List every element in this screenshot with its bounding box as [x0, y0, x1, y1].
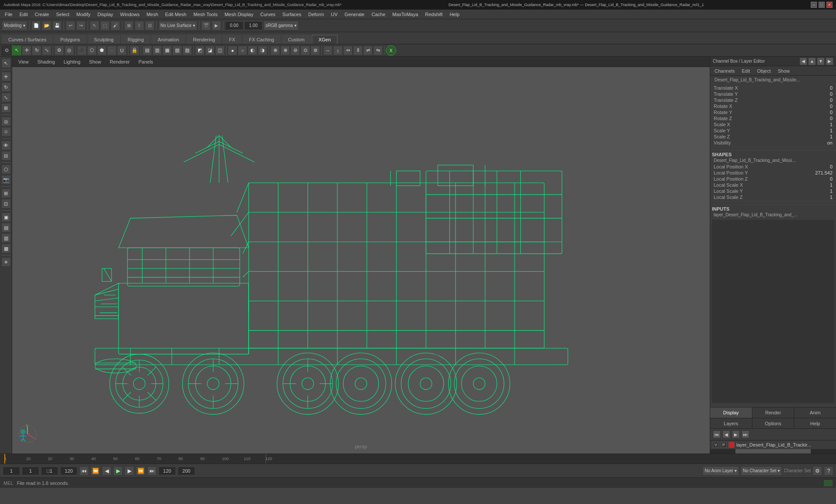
- anim-layer-dropdown[interactable]: No Anim Layer ▾: [702, 466, 739, 476]
- gamma-dropdown[interactable]: sRGB gamma ▾: [263, 21, 299, 30]
- save-file-button[interactable]: 💾: [52, 21, 62, 30]
- layer-nav-last[interactable]: ⏭: [742, 430, 749, 438]
- cb-rotate-y-label[interactable]: Rotate Y: [714, 110, 732, 115]
- menubar-deform[interactable]: Deform: [305, 11, 327, 18]
- rp-scrollbar[interactable]: [710, 449, 836, 454]
- tab-render[interactable]: Render: [752, 407, 795, 418]
- undo-button[interactable]: ↩: [66, 21, 75, 30]
- new-scene-button[interactable]: 📄: [31, 21, 41, 30]
- render-settings-button[interactable]: 🎬: [201, 21, 211, 30]
- move-icon-btn[interactable]: ✛: [22, 46, 31, 55]
- cb-visibility-value[interactable]: on: [827, 140, 833, 145]
- cb-scale-x-label[interactable]: Scale X: [714, 122, 730, 127]
- tab-animation[interactable]: Animation: [151, 35, 185, 44]
- local-pos-y-value[interactable]: 271.542: [815, 170, 833, 175]
- vt-renderer[interactable]: Renderer: [106, 58, 133, 65]
- sculpt-btn[interactable]: ⌑: [1, 127, 11, 137]
- misc-btn3[interactable]: ⊘: [290, 46, 300, 55]
- poly-btn1[interactable]: ▤: [142, 46, 152, 55]
- tab-display[interactable]: Display: [710, 407, 752, 418]
- lock-btn[interactable]: 🔒: [130, 46, 139, 55]
- cb-edit[interactable]: Edit: [740, 67, 752, 74]
- viewport[interactable]: View Shading Lighting Show Renderer Pane…: [12, 57, 710, 454]
- lasso-select-button[interactable]: ⬚: [100, 21, 110, 30]
- range-start-field[interactable]: 1: [22, 467, 39, 475]
- cb-object[interactable]: Object: [755, 67, 772, 74]
- soft-mod-btn[interactable]: ◎: [1, 117, 11, 126]
- tab-fx[interactable]: FX: [222, 35, 242, 44]
- snap-btn1[interactable]: ↔: [323, 46, 333, 55]
- tab-polygons[interactable]: Polygons: [54, 35, 86, 44]
- menubar-maxtomaya[interactable]: MaxToMaya: [389, 11, 421, 18]
- local-scale-y-value[interactable]: 1: [830, 188, 833, 194]
- menubar-generate[interactable]: Generate: [341, 11, 367, 18]
- universal-lt-btn[interactable]: ⊞: [1, 103, 11, 113]
- value2-field[interactable]: 1.00: [244, 21, 263, 30]
- maximize-button[interactable]: □: [819, 2, 825, 8]
- select-icon-btn[interactable]: ↖: [12, 46, 21, 55]
- display-btn2[interactable]: ◪: [205, 46, 215, 55]
- local-scale-y-label[interactable]: Local Scale Y: [714, 188, 743, 194]
- value1-field[interactable]: 0.00: [225, 21, 243, 30]
- cb-rotate-y-value[interactable]: 0: [830, 110, 833, 115]
- snap-curve-button[interactable]: ⌇: [135, 21, 144, 30]
- local-pos-z-label[interactable]: Local Position Z: [714, 176, 748, 181]
- menubar-modify[interactable]: Modify: [73, 11, 93, 18]
- rp-nav-down[interactable]: ▼: [817, 57, 825, 65]
- home-icon-btn[interactable]: ⊙: [2, 46, 11, 55]
- edge-mode-btn[interactable]: ⬟: [97, 46, 107, 55]
- layer-vp-toggle[interactable]: V: [713, 442, 719, 448]
- menubar-select[interactable]: Select: [53, 11, 73, 18]
- cb-scale-y-label[interactable]: Scale Y: [714, 128, 730, 133]
- local-scale-z-value[interactable]: 1: [830, 195, 833, 200]
- ipr-button[interactable]: ▶: [212, 21, 221, 30]
- menubar-mesh-display[interactable]: Mesh Display: [222, 11, 256, 18]
- rotate-icon-btn[interactable]: ↻: [32, 46, 41, 55]
- panel-lt-btn3[interactable]: ▥: [1, 233, 11, 243]
- local-pos-x-label[interactable]: Local Position X: [714, 164, 748, 169]
- play-btn[interactable]: ▶: [113, 466, 123, 476]
- menubar-create[interactable]: Create: [32, 11, 52, 18]
- show-lt-btn[interactable]: 👁: [1, 141, 11, 150]
- cb-translate-x-label[interactable]: Translate X: [714, 85, 738, 91]
- help-tab[interactable]: Help: [794, 418, 836, 428]
- face-mode-btn[interactable]: ⬡: [87, 46, 97, 55]
- display-btn1[interactable]: ◩: [195, 46, 205, 55]
- vt-show[interactable]: Show: [86, 58, 105, 65]
- current-frame-field[interactable]: 1: [3, 467, 20, 475]
- local-pos-x-value[interactable]: 0: [830, 164, 833, 169]
- poly-btn2[interactable]: ▥: [152, 46, 162, 55]
- cb-translate-z-label[interactable]: Translate Z: [714, 97, 738, 103]
- anim-end-field[interactable]: 120: [158, 467, 176, 475]
- tab-curves-surfaces[interactable]: Curves / Surfaces: [2, 35, 53, 44]
- range-end-field[interactable]: 120: [60, 467, 78, 475]
- render-btn2[interactable]: ○: [238, 46, 247, 55]
- scale-icon-btn[interactable]: ⤡: [42, 46, 51, 55]
- layer-color-swatch[interactable]: [728, 442, 735, 448]
- cb-rotate-x-value[interactable]: 0: [830, 104, 833, 109]
- soft-select-btn[interactable]: ◎: [64, 46, 74, 55]
- snap-point-button[interactable]: ⊡: [145, 21, 155, 30]
- menubar-file[interactable]: File: [2, 11, 16, 18]
- poly-btn5[interactable]: ▨: [182, 46, 192, 55]
- scale-lt-btn[interactable]: ⤡: [1, 93, 11, 102]
- render-lt-btn[interactable]: ⬡: [1, 165, 11, 174]
- show-manip-btn[interactable]: ⚙: [54, 46, 64, 55]
- move-lt-btn[interactable]: ✛: [1, 72, 11, 81]
- snap-lt-btn[interactable]: ⊡: [1, 199, 11, 208]
- play-end-btn[interactable]: ⏭: [147, 466, 157, 476]
- misc-btn1[interactable]: ⊕: [270, 46, 280, 55]
- help-btn[interactable]: ?: [824, 466, 833, 476]
- layers-tab[interactable]: Layers: [710, 418, 752, 428]
- snap-btn3[interactable]: ⇔: [343, 46, 353, 55]
- cb-rotate-z-value[interactable]: 0: [830, 116, 833, 121]
- layer-nav-first[interactable]: ⏮: [713, 430, 721, 438]
- render-btn4[interactable]: ◑: [258, 46, 267, 55]
- cb-rotate-x-label[interactable]: Rotate X: [714, 104, 732, 109]
- open-file-button[interactable]: 📂: [42, 21, 51, 30]
- cb-translate-y-label[interactable]: Translate Y: [714, 91, 738, 97]
- extra-lt-btn[interactable]: ⊕: [1, 257, 11, 267]
- menubar-curves[interactable]: Curves: [257, 11, 279, 18]
- tab-sculpting[interactable]: Sculpting: [88, 35, 120, 44]
- uv-mode-btn[interactable]: U: [117, 46, 127, 55]
